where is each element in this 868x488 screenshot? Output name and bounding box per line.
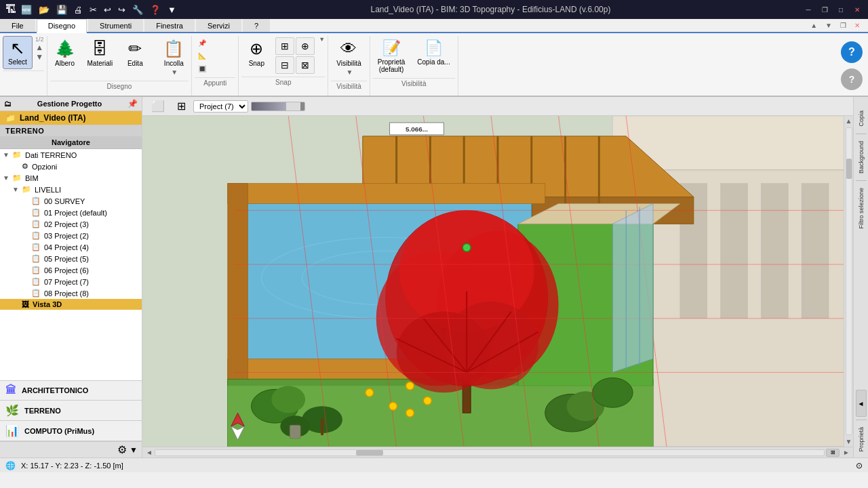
- snap-btn3[interactable]: ⊟: [275, 56, 294, 74]
- menu-strumenti[interactable]: Strumenti: [88, 19, 143, 32]
- visibilita-button[interactable]: 👁 Visibilità ▼: [332, 36, 366, 79]
- toolbar-settings[interactable]: 🔧: [130, 5, 145, 15]
- close-button[interactable]: ✕: [852, 4, 863, 15]
- scroll-center-button[interactable]: ⊠: [826, 449, 840, 457]
- tree-item-project-2[interactable]: 📋03 Project (2): [0, 230, 142, 241]
- toolbar-redo[interactable]: ↪: [116, 5, 127, 15]
- tree-expand-livelli[interactable]: ▼: [12, 186, 20, 193]
- toolbar-open[interactable]: 📂: [37, 5, 52, 15]
- help-button-secondary[interactable]: ?: [841, 68, 863, 90]
- scroll-right-button[interactable]: ►: [841, 449, 852, 456]
- visibilita-dropdown[interactable]: ▼: [347, 68, 353, 76]
- menu-file[interactable]: File: [0, 19, 35, 32]
- nav-close[interactable]: ✕: [852, 20, 863, 30]
- scene-svg: ⊕ ⊞ ▲ 🔒 5.066...: [142, 116, 853, 447]
- proprieta-button[interactable]: 📝 Proprietà(default): [373, 36, 410, 77]
- tree-item-project-8[interactable]: 📋08 Project (8): [0, 287, 142, 299]
- minimize-button[interactable]: ─: [803, 4, 814, 15]
- tree-item-project-4[interactable]: 📋04 Project (4): [0, 241, 142, 253]
- tree-item-project-default[interactable]: 📋01 Project (default): [0, 207, 142, 218]
- vt-cube-icon[interactable]: ⬜: [146, 98, 170, 115]
- vt-grid-icon[interactable]: ⊞: [172, 98, 191, 115]
- ribbon-tools-select: ↖ Select 1/2 ▲ ▼: [3, 36, 44, 70]
- menu-servizi[interactable]: Servizi: [196, 19, 241, 32]
- materiali-button[interactable]: 🗄 Materiali: [83, 36, 118, 70]
- snap-btn2[interactable]: ⊕: [296, 37, 315, 55]
- tree-item-project-7[interactable]: 📋07 Project (7): [0, 276, 142, 287]
- rs-background-button[interactable]: Background: [856, 137, 866, 178]
- toolbar-extra[interactable]: ▼: [165, 5, 178, 15]
- nav-up[interactable]: ▲: [808, 20, 820, 30]
- menu-finestra[interactable]: Finestra: [144, 19, 195, 32]
- tree-item-project-5[interactable]: 📋05 Project (5): [0, 253, 142, 264]
- albero-button[interactable]: 🌲 Albero: [50, 36, 80, 70]
- edita-button[interactable]: ✏ Edita: [120, 36, 150, 70]
- restore-button[interactable]: ❐: [819, 4, 830, 15]
- incolla-button[interactable]: 📋 Incolla ▼: [159, 36, 189, 79]
- toolbar-scissors[interactable]: ✂: [87, 5, 99, 15]
- appunti-btn1[interactable]: 📌: [195, 37, 235, 49]
- panel-expand-icon[interactable]: ▼: [130, 445, 138, 455]
- nav-down[interactable]: ▼: [823, 20, 835, 30]
- tree-item-project-3[interactable]: 📋02 Project (3): [0, 218, 142, 230]
- svg-point-61: [389, 402, 397, 410]
- select-up[interactable]: ▲: [35, 43, 44, 52]
- scroll-track-h[interactable]: [155, 449, 825, 456]
- viewport-toolbar: ⬜ ⊞ Project (7): [142, 97, 853, 116]
- rs-proprieta-button[interactable]: Proprietà: [856, 423, 866, 456]
- section-terreno[interactable]: 🌿 TERRENO: [0, 401, 142, 421]
- toolbar-undo[interactable]: ↩: [102, 5, 113, 15]
- toolbar-print[interactable]: 🖨: [72, 5, 85, 15]
- scroll-thumb-v[interactable]: [846, 159, 852, 179]
- nav-restore[interactable]: ❐: [837, 20, 849, 30]
- rs-filtro-button[interactable]: Filtro selezione: [856, 184, 866, 233]
- section-computo[interactable]: 📊 COMPUTO (PriMus): [0, 421, 142, 441]
- tree-item-dati-terreno[interactable]: ▼📁Dati TERRENO: [0, 149, 142, 161]
- toolbar-save[interactable]: 💾: [54, 5, 69, 15]
- tree-item-bim[interactable]: ▼📁BIM: [0, 172, 142, 184]
- viewport[interactable]: ⊕ ⊞ ▲ 🔒 5.066...: [142, 116, 853, 447]
- appunti-btn2[interactable]: 📐: [195, 50, 235, 62]
- copia-button[interactable]: 📄 Copia da...: [412, 36, 454, 69]
- scroll-thumb-h[interactable]: [356, 450, 383, 455]
- snap-expand[interactable]: ▼: [319, 36, 325, 43]
- snap-btn1[interactable]: ⊞: [275, 37, 294, 55]
- tree-item-project-6[interactable]: 📋06 Project (6): [0, 264, 142, 276]
- project-header-label: Gestione Progetto: [37, 100, 102, 108]
- appunti-btn3[interactable]: 🔳: [195, 63, 235, 75]
- select-button[interactable]: ↖ Select: [3, 36, 33, 69]
- tree-item-livelli[interactable]: ▼📁LIVELLI: [0, 184, 142, 195]
- menu-help[interactable]: ?: [243, 19, 270, 32]
- snap-btn4[interactable]: ⊠: [296, 56, 315, 74]
- visibilita-label: Visibilità: [336, 60, 361, 67]
- tree-item-survey[interactable]: 📋00 SURVEY: [0, 195, 142, 207]
- toolbar-help-small[interactable]: ❓: [148, 5, 163, 15]
- status-view-btn[interactable]: ⊙: [856, 461, 863, 470]
- rs-collapse-handle[interactable]: ◄: [856, 390, 867, 417]
- toolbar-new[interactable]: 🆕: [19, 5, 34, 15]
- section-architettonico[interactable]: 🏛 ARCHITETTONICO: [0, 381, 142, 401]
- scroll-down-button[interactable]: ▼: [846, 436, 852, 447]
- tree-expand-dati-terreno[interactable]: ▼: [3, 151, 11, 159]
- scroll-up-button[interactable]: ▲: [846, 116, 852, 126]
- rs-copia-button[interactable]: Copia: [856, 106, 866, 131]
- scrollbar-horizontal[interactable]: ◄ ⊠ ►: [142, 447, 853, 458]
- tree-item-opzioni[interactable]: ⚙Opzioni: [0, 161, 142, 172]
- snap-button[interactable]: ⊕ Snap: [241, 36, 271, 70]
- panel-settings-icon[interactable]: ⚙: [117, 443, 127, 456]
- ribbon-section-visibilita: 👁 Visibilità ▼ Visibilità: [328, 36, 370, 96]
- select-down[interactable]: ▼: [35, 52, 44, 62]
- scrollbar-vertical[interactable]: ▲ ▼: [844, 116, 853, 447]
- vt-project-select[interactable]: Project (7): [193, 100, 248, 113]
- maximize-button[interactable]: □: [835, 4, 846, 15]
- menu-disegno[interactable]: Disegno: [37, 19, 87, 33]
- tree-item-vista-3d[interactable]: 🖼Vista 3D: [0, 299, 142, 310]
- project-item[interactable]: 📁 Land_Video (ITA): [0, 111, 142, 125]
- scroll-left-button[interactable]: ◄: [144, 449, 155, 456]
- project-pin-icon[interactable]: 📌: [127, 99, 138, 108]
- incolla-dropdown[interactable]: ▼: [171, 68, 178, 76]
- help-button-main[interactable]: ?: [841, 41, 863, 63]
- vt-progress-handle[interactable]: [300, 102, 304, 110]
- tree-expand-bim[interactable]: ▼: [3, 174, 11, 182]
- scroll-track-v[interactable]: [846, 127, 852, 435]
